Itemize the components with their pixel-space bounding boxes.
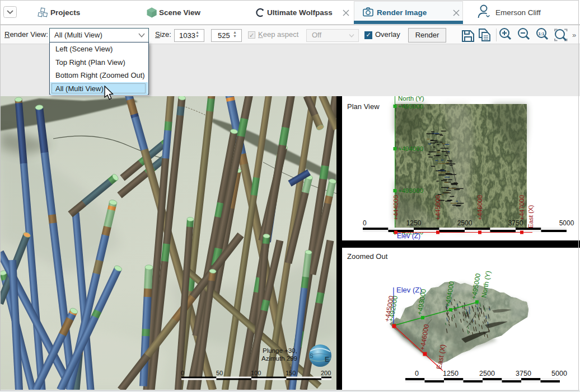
svg-text:3750: 3750 bbox=[516, 370, 531, 377]
svg-text:+445000: +445000 bbox=[434, 195, 441, 220]
svg-text:East (X): East (X) bbox=[527, 205, 534, 228]
svg-text:+447000: +447000 bbox=[518, 195, 525, 220]
svg-text:Zoomed Out: Zoomed Out bbox=[347, 252, 388, 261]
svg-text:Elev (Z): Elev (Z) bbox=[396, 286, 422, 294]
svg-text:1:1: 1:1 bbox=[539, 31, 545, 36]
svg-text:0: 0 bbox=[363, 219, 367, 227]
svg-text:Plunge +30,: Plunge +30, bbox=[263, 347, 297, 354]
svg-text:+494000: +494000 bbox=[398, 145, 423, 152]
svg-text:2500: 2500 bbox=[479, 370, 495, 377]
svg-text:Azimuth 299: Azimuth 299 bbox=[261, 355, 297, 362]
svg-text:»: » bbox=[572, 31, 576, 39]
svg-text:3750: 3750 bbox=[508, 219, 523, 227]
svg-text:+444000: +444000 bbox=[392, 195, 399, 220]
svg-text:1250: 1250 bbox=[443, 370, 459, 377]
svg-text:+446000: +446000 bbox=[476, 195, 483, 220]
svg-text:50: 50 bbox=[216, 370, 223, 376]
svg-text:E: E bbox=[325, 356, 329, 363]
svg-text:5000: 5000 bbox=[559, 219, 574, 227]
svg-text:+495000: +495000 bbox=[398, 103, 423, 110]
svg-text:North (Y): North (Y) bbox=[398, 96, 424, 102]
svg-text:Plan View: Plan View bbox=[347, 102, 380, 111]
svg-text:S: S bbox=[310, 353, 314, 359]
svg-text:5000: 5000 bbox=[551, 370, 567, 377]
svg-text:0: 0 bbox=[415, 370, 419, 377]
svg-text:+493000: +493000 bbox=[398, 187, 423, 194]
svg-text:Elev (Z): Elev (Z) bbox=[397, 232, 420, 240]
svg-text:2500: 2500 bbox=[457, 219, 473, 227]
svg-text:100: 100 bbox=[251, 370, 261, 376]
svg-text:150: 150 bbox=[286, 370, 296, 376]
svg-text:200: 200 bbox=[321, 370, 331, 376]
svg-text:1250: 1250 bbox=[406, 219, 422, 227]
svg-text:0: 0 bbox=[181, 370, 184, 376]
